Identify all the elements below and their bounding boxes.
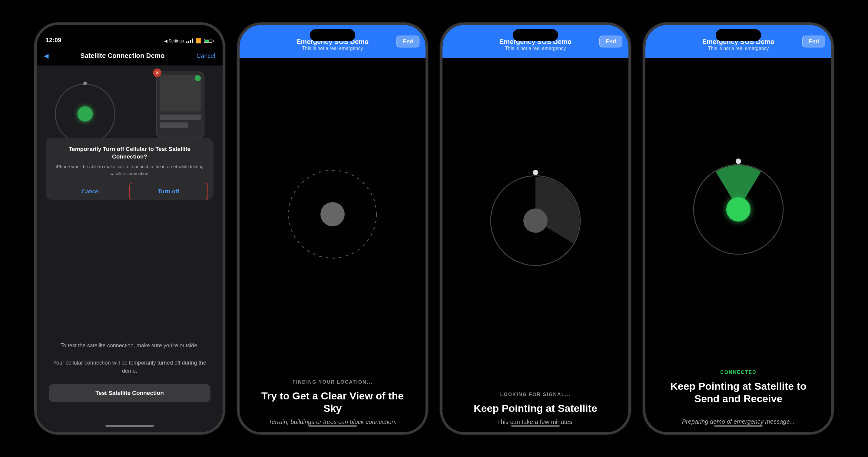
sos-screen-4: Emergency SOS Demo This is not a real em… — [645, 25, 831, 432]
phone1-footer: To test the satellite connection, make s… — [37, 342, 223, 402]
nav-back-1[interactable]: ◀ — [44, 52, 49, 59]
sos-end-button-3[interactable]: End — [599, 36, 622, 48]
phone1-desc-2: Your cellular connection will be tempora… — [49, 359, 211, 375]
signal-ring-2 — [281, 163, 384, 266]
status-label-2: FINDING YOUR LOCATION... — [240, 379, 426, 385]
battery-icon-1 — [204, 39, 214, 43]
phone1-content: ✕ Temporarily Turn off Cellular to Test … — [37, 65, 223, 432]
nav-bar-1: ◀ Satellite Connection Demo Cancel — [37, 46, 223, 65]
alert-title: Temporarily Turn off Cellular to Test Sa… — [52, 145, 208, 160]
alert-buttons: Cancel Turn off — [52, 183, 208, 200]
phone-1: 12:09 ◀ Settings 📶 ◀ — [34, 22, 225, 435]
center-dot-2 — [320, 202, 345, 226]
signal-ring-3 — [484, 169, 587, 272]
home-indicator-1 — [105, 425, 154, 427]
settings-back-1: ◀ Settings — [164, 38, 184, 43]
sos-subtitle-2: This is not a real emergency — [302, 46, 363, 51]
main-heading-3: Keep Pointing at Satellite — [442, 402, 628, 415]
mockup-line-2 — [160, 122, 188, 128]
nav-title-1: Satellite Connection Demo — [49, 52, 196, 60]
phone-mockup-illustration: ✕ — [156, 72, 205, 138]
center-dot-4 — [726, 197, 750, 222]
phone-2: Emergency SOS Demo This is not a real em… — [237, 22, 428, 435]
status-icons-1: ◀ Settings 📶 — [164, 38, 214, 44]
status-label-3: LOOKING FOR SIGNAL... — [442, 392, 628, 397]
home-indicator-2 — [308, 425, 357, 427]
main-heading-2: Try to Get a Clear View of the Sky — [240, 390, 426, 415]
sos-subtitle-4: This is not a real emergency — [708, 46, 769, 51]
signal-bar-3 — [190, 40, 191, 43]
turn-off-button[interactable]: Turn off — [129, 183, 208, 200]
compass-inner — [78, 106, 93, 121]
center-dot-3 — [523, 208, 548, 233]
compass-needle — [83, 82, 87, 85]
signal-bar-2 — [188, 40, 189, 43]
alert-body: iPhone won't be able to make calls or co… — [52, 163, 208, 177]
phone-3-screen: Emergency SOS Demo This is not a real em… — [442, 25, 628, 432]
phone-1-screen: 12:09 ◀ Settings 📶 ◀ — [37, 25, 223, 432]
sos-end-button-4[interactable]: End — [802, 36, 825, 48]
sos-subtitle-3: This is not a real emergency — [505, 46, 566, 51]
dynamic-island-4 — [716, 29, 761, 41]
signal-area-4 — [687, 58, 790, 361]
sos-end-button-2[interactable]: End — [397, 36, 420, 48]
top-dot-3 — [533, 170, 538, 175]
cancel-button[interactable]: Cancel — [52, 183, 130, 200]
phone-2-screen: Emergency SOS Demo This is not a real em… — [240, 25, 426, 432]
dynamic-island-3 — [513, 29, 558, 41]
signal-ring-4 — [687, 158, 790, 261]
mockup-screen — [160, 75, 201, 112]
mockup-line-1 — [160, 115, 201, 120]
status-label-4: CONNECTED — [645, 370, 831, 375]
main-heading-4: Keep Pointing at Satellite to Send and R… — [645, 380, 831, 405]
sos-screen-2: Emergency SOS Demo This is not a real em… — [240, 25, 426, 432]
phone-4: Emergency SOS Demo This is not a real em… — [643, 22, 834, 435]
home-indicator-3 — [511, 425, 560, 427]
signal-area-3 — [484, 58, 587, 383]
phone-3: Emergency SOS Demo This is not a real em… — [440, 22, 631, 435]
test-satellite-button[interactable]: Test Satellite Connection — [49, 384, 211, 402]
signal-area-2 — [281, 58, 384, 370]
home-indicator-4 — [714, 425, 763, 427]
compass-outer — [55, 84, 115, 144]
dynamic-island-2 — [310, 29, 355, 41]
green-indicator — [195, 75, 201, 81]
wifi-icon-1: 📶 — [195, 38, 202, 44]
dynamic-island-1 — [107, 29, 152, 41]
nav-cancel-1[interactable]: Cancel — [196, 52, 215, 59]
close-icon-mockup: ✕ — [153, 68, 161, 77]
sos-screen-3: Emergency SOS Demo This is not a real em… — [442, 25, 628, 432]
top-dot-4 — [736, 159, 741, 164]
alert-dialog: Temporarily Turn off Cellular to Test Sa… — [46, 138, 214, 200]
phone-4-screen: Emergency SOS Demo This is not a real em… — [645, 25, 831, 432]
phone1-desc-1: To test the satellite connection, make s… — [49, 342, 211, 350]
time-1: 12:09 — [46, 37, 61, 44]
signal-bars-1 — [186, 38, 193, 43]
sos-text-area-2: FINDING YOUR LOCATION... Try to Get a Cl… — [240, 370, 426, 432]
compass-widget — [55, 84, 115, 144]
signal-bar-1 — [186, 41, 187, 43]
signal-bar-4 — [192, 38, 193, 43]
sos-text-area-4: CONNECTED Keep Pointing at Satellite to … — [645, 361, 831, 432]
